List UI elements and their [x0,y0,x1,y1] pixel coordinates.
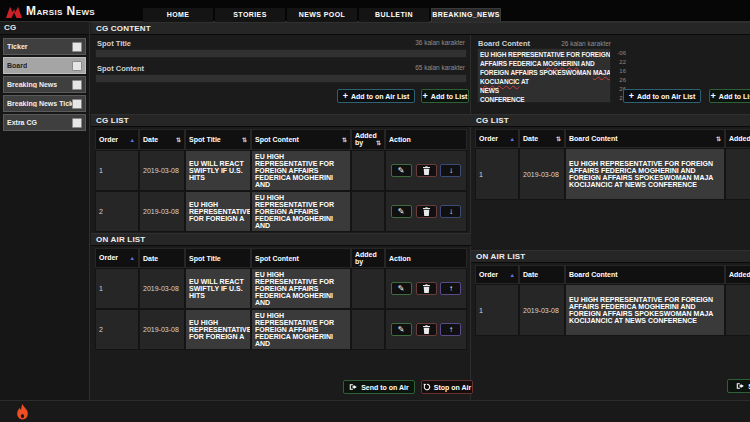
col-header-added-by[interactable]: Added by [351,248,385,268]
spot-on-air-list-table: Order▲ Date Spot Title Spot Content Adde… [95,248,467,350]
table-row[interactable]: 1 2019-03-08 EU WILL REACT SWIFTLY IF U.… [95,268,467,309]
footer-bar [0,400,750,422]
table-row[interactable]: 1 2019-03-08 EU WILL REACT SWIFTLY IF U.… [95,150,467,191]
col-header-order[interactable]: Order▲ [475,265,519,284]
col-header-spot-title[interactable]: Spot Title [185,248,251,268]
sidebar-item-breaking-news[interactable]: Breaking News [3,76,86,93]
sidebar-item-breaking-news-ticker[interactable]: Breaking News Ticker [3,95,86,112]
col-header-board-content[interactable]: Board Content⇅ [565,129,725,148]
line-counter: 26 [613,76,626,85]
sidebar-item-extra-cg[interactable]: Extra CG [3,114,86,131]
line-counter: 16 [613,67,626,76]
spot-title-row: Spot Title 36 kalan karakter [97,39,465,49]
col-header-spot-title[interactable]: Spot Title⇅ [185,129,251,150]
send-to-on-air-button[interactable]: Send to on Air [727,379,750,393]
add-to-list-button[interactable]: + Add to List [709,89,750,103]
plus-icon: + [629,92,634,101]
sidebar-item-board[interactable]: Board [3,57,86,74]
col-header-order[interactable]: Order▲ [95,248,139,268]
flame-icon[interactable] [16,404,29,420]
board-line-text: EU HIGH REPRESENTATIVE FOR FOREIGN [480,51,610,58]
table-header-row: Order▲ Date Board Content Added by Actio… [475,265,750,284]
stop-rotate-icon [423,383,431,391]
tab-news-pool[interactable]: NEWS POOL [287,8,357,22]
plus-icon: + [711,92,716,101]
send-icon [736,382,745,390]
ticker-checkbox[interactable] [72,42,82,52]
cell-spot-title: EU HIGH REPRESENTATIVE FOR FOREIGN A [185,191,251,232]
col-header-added-by[interactable]: Added by [725,129,750,148]
col-header-date[interactable]: Date [519,265,565,284]
trash-icon [423,284,430,293]
extra-cg-checkbox[interactable] [72,118,82,128]
trash-icon [423,325,430,334]
add-to-list-button[interactable]: + Add to List [421,89,469,103]
col-header-board-content[interactable]: Board Content [565,265,725,284]
spot-title-counter: 36 kalan karakter [415,39,465,46]
sidebar-item-label: Breaking News Ticker [7,100,72,107]
board-content-textarea[interactable]: EU HIGH REPRESENTATIVE FOR FOREIGN AFFAI… [477,48,611,103]
sidebar-item-label: Board [7,62,27,69]
sort-asc-icon: ▲ [510,135,515,143]
line-counter: -06 [613,49,626,58]
cell-action: ✎ ↑ [385,309,467,350]
stop-on-air-button[interactable]: Stop on Air [421,380,473,394]
cell-order: 1 [475,284,519,336]
board-checkbox[interactable] [72,61,82,71]
col-header-action: Action [385,248,467,268]
edit-button[interactable]: ✎ [391,205,412,218]
cell-spot-title: EU WILL REACT SWIFTLY IF U.S. HITS [185,268,251,309]
cell-spot-content: EU HIGH REPRESENTATIVE FOR FOREIGN AFFAI… [251,191,351,232]
table-row[interactable]: 1 2019-03-08 EU HIGH REPRESENTATIVE FOR … [475,284,750,336]
move-up-button[interactable]: ↑ [440,282,461,295]
move-down-button[interactable]: ↓ [440,164,461,177]
section-title-cg-list: CG LIST [471,114,750,127]
add-to-on-air-list-button[interactable]: + Add to on Air List [623,89,701,103]
col-header-date[interactable]: Date⇅ [519,129,565,148]
move-down-button[interactable]: ↓ [440,205,461,218]
col-header-added-by[interactable]: Added by [725,265,750,284]
edit-button[interactable]: ✎ [391,282,412,295]
sidebar-item-ticker[interactable]: Ticker [3,38,86,55]
tab-stories[interactable]: STORIES [215,8,285,22]
pencil-icon: ✎ [398,207,405,216]
cell-board-content: EU HIGH REPRESENTATIVE FOR FOREIGN AFFAI… [565,148,725,200]
add-to-on-air-list-button[interactable]: + Add to on Air List [337,89,415,103]
section-title-cg-content: CG CONTENT [91,22,750,35]
col-header-order[interactable]: Order▲ [95,129,139,150]
cell-board-content: EU HIGH REPRESENTATIVE FOR FOREIGN AFFAI… [565,284,725,336]
cell-added-by [725,148,750,200]
tab-home[interactable]: HOME [143,8,213,22]
tab-bulletin[interactable]: BULLETIN [359,8,429,22]
cell-spot-content: EU HIGH REPRESENTATIVE FOR FOREIGN AFFAI… [251,150,351,191]
tab-breaking-news[interactable]: BREAKING_NEWS [431,8,501,22]
delete-button[interactable] [416,164,437,177]
col-header-date[interactable]: Date⇅ [139,129,185,150]
move-up-button[interactable]: ↑ [440,323,461,336]
board-line-text: AFFAIRS FEDERICA MOGHERINI AND [480,60,595,67]
table-row[interactable]: 2 2019-03-08 EU HIGH REPRESENTATIVE FOR … [95,309,467,350]
spot-content-input[interactable] [95,74,467,83]
breaking-news-ticker-checkbox[interactable] [72,99,82,109]
cell-added-by [351,191,385,232]
breaking-news-checkbox[interactable] [72,80,82,90]
cell-spot-title: EU WILL REACT SWIFTLY IF U.S. HITS [185,150,251,191]
board-line-text: KOCIJANCIC AT [480,78,529,85]
edit-button[interactable]: ✎ [391,164,412,177]
edit-button[interactable]: ✎ [391,323,412,336]
delete-button[interactable] [416,205,437,218]
cell-spot-title: EU HIGH REPRESENTATIVE FOR FOREIGN A [185,309,251,350]
col-header-order[interactable]: Order▲ [475,129,519,148]
col-header-date[interactable]: Date [139,248,185,268]
delete-button[interactable] [416,282,437,295]
arrow-down-icon: ↓ [449,207,453,216]
col-header-spot-content[interactable]: Spot Content⇅ [251,129,351,150]
table-row[interactable]: 1 2019-03-08 EU HIGH REPRESENTATIVE FOR … [475,148,750,200]
spot-title-input[interactable] [95,49,467,58]
sort-asc-icon: ▲ [510,271,515,279]
col-header-spot-content[interactable]: Spot Content [251,248,351,268]
col-header-added-by[interactable]: Added by⇅ [351,129,385,150]
delete-button[interactable] [416,323,437,336]
send-to-on-air-button[interactable]: Send to on Air [343,380,415,394]
table-row[interactable]: 2 2019-03-08 EU HIGH REPRESENTATIVE FOR … [95,191,467,232]
